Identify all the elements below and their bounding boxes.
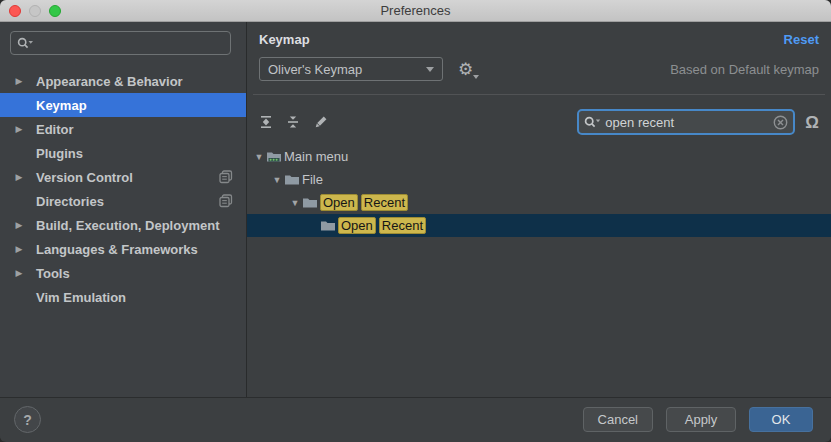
preferences-window: Preferences ▶Appearance & BehaviorKeymap… [0,0,831,442]
sidebar-item-label: Directories [36,194,104,209]
sidebar-item-build-execution-deployment[interactable]: ▶Build, Execution, Deployment [0,213,246,237]
keymap-search-field[interactable] [577,109,795,135]
keymap-search-input[interactable] [601,115,773,130]
sidebar-item-editor[interactable]: ▶Editor [0,117,246,141]
help-button[interactable]: ? [14,406,41,433]
chevron-down-icon [473,75,479,79]
expand-arrow-icon[interactable]: ▶ [14,76,24,86]
keymap-panel: Keymap Reset Oliver's Keymap ⚙ Based on … [247,22,831,397]
sidebar-item-tools[interactable]: ▶Tools [0,261,246,285]
titlebar[interactable]: Preferences [0,0,831,22]
edit-shortcut-button[interactable] [313,115,328,130]
folder-icon [320,219,336,232]
page-title: Keymap [259,32,310,47]
ok-button[interactable]: OK [749,407,813,432]
keymap-select-value: Oliver's Keymap [268,62,362,77]
tree-row[interactable]: ▼OpenRecent [247,191,831,214]
expand-arrow-icon[interactable]: ▶ [14,268,24,278]
sidebar-item-label: Keymap [36,98,87,113]
sidebar-item-label: Languages & Frameworks [36,242,198,257]
search-icon [584,116,601,129]
dialog-footer: ? Cancel Apply OK [0,397,831,441]
based-on-label: Based on Default keymap [670,62,819,77]
sidebar-item-keymap[interactable]: Keymap [0,93,246,117]
sidebar-item-label: Tools [36,266,70,281]
project-scope-indicator [219,194,233,208]
collapse-arrow-icon[interactable]: ▼ [270,175,284,185]
expand-arrow-icon[interactable]: ▶ [14,244,24,254]
project-scope-icon [219,170,233,184]
settings-sidebar: ▶Appearance & BehaviorKeymap▶EditorPlugi… [0,22,247,397]
reset-link[interactable]: Reset [784,32,819,47]
zoom-window-button[interactable] [49,5,61,17]
sidebar-item-label: Version Control [36,170,133,185]
tree-row[interactable]: ▼Main menu [247,145,831,168]
project-scope-icon [219,194,233,208]
sidebar-item-languages-frameworks[interactable]: ▶Languages & Frameworks [0,237,246,261]
sidebar-item-appearance-behavior[interactable]: ▶Appearance & Behavior [0,69,246,93]
apply-button[interactable]: Apply [666,407,736,432]
gear-icon[interactable]: ⚙ [458,61,473,78]
sidebar-item-version-control[interactable]: ▶Version Control [0,165,246,189]
expand-all-icon [259,115,273,129]
collapse-arrow-icon[interactable]: ▼ [288,198,302,208]
sidebar-item-directories[interactable]: Directories [0,189,246,213]
collapse-all-icon [286,115,300,129]
folder-icon [284,173,300,186]
keymap-select[interactable]: Oliver's Keymap [259,57,443,81]
traffic-lights [9,5,61,17]
tree-row[interactable]: ▼File [247,168,831,191]
expand-arrow-icon[interactable]: ▶ [14,220,24,230]
sidebar-item-label: Plugins [36,146,83,161]
search-icon [17,37,33,50]
chevron-down-icon [426,67,434,72]
tree-row-label: File [302,172,323,187]
window-title: Preferences [380,3,450,18]
folder-icon [302,196,318,209]
settings-search-input[interactable] [10,31,231,55]
main-menu-folder-icon [266,150,282,163]
minimize-window-button [29,5,41,17]
tree-row-label: Main menu [284,149,348,164]
sidebar-item-label: Build, Execution, Deployment [36,218,219,233]
clear-search-icon[interactable] [773,115,788,130]
sidebar-item-vim-emulation[interactable]: Vim Emulation [0,285,246,309]
actions-tree: ▼Main menu▼File▼OpenRecentOpenRecent [247,144,831,397]
sidebar-item-label: Appearance & Behavior [36,74,183,89]
collapse-all-button[interactable] [286,115,300,129]
expand-all-button[interactable] [259,115,273,129]
expand-arrow-icon[interactable]: ▶ [14,172,24,182]
search-match-highlight: Open [320,194,358,211]
search-match-highlight: Recent [361,194,408,211]
find-actions-by-shortcut-button[interactable]: Ω [805,114,819,131]
expand-arrow-icon[interactable]: ▶ [14,124,24,134]
search-match-highlight: Open [338,217,376,234]
collapse-arrow-icon[interactable]: ▼ [252,152,266,162]
tree-row[interactable]: OpenRecent [247,214,831,237]
settings-category-list: ▶Appearance & BehaviorKeymap▶EditorPlugi… [0,66,246,309]
sidebar-item-label: Editor [36,122,74,137]
cancel-button[interactable]: Cancel [583,407,653,432]
project-scope-indicator [219,170,233,184]
pencil-icon [313,115,328,130]
sidebar-item-plugins[interactable]: Plugins [0,141,246,165]
search-match-highlight: Recent [379,217,426,234]
sidebar-item-label: Vim Emulation [36,290,126,305]
close-window-button[interactable] [9,5,21,17]
